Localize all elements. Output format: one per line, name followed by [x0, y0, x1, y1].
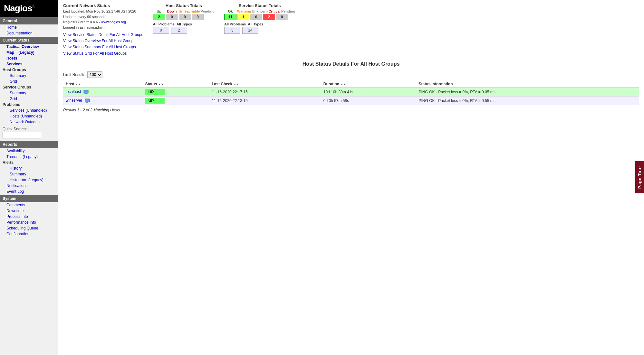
- sidebar-item-configuration[interactable]: Configuration: [0, 231, 58, 237]
- sidebar-item-notifications[interactable]: Notifications: [0, 183, 58, 189]
- sort-status[interactable]: ▲▼: [158, 83, 164, 86]
- value-warning[interactable]: 1: [237, 14, 249, 20]
- logo: Nagios®: [4, 3, 35, 14]
- host-totals-values: 2 0 0 0: [153, 14, 215, 20]
- sidebar-item-trends[interactable]: Trends (Legacy): [0, 154, 58, 160]
- sidebar-item-hosts-unhandled[interactable]: Hosts (Unhandled): [0, 113, 58, 119]
- sidebar-item-hostgroups-grid[interactable]: Grid: [0, 79, 58, 84]
- sidebar-item-network-outages[interactable]: Network Outages: [0, 119, 58, 125]
- value-unreachable[interactable]: 0: [179, 14, 191, 20]
- host-all-types-label: All Types: [177, 22, 192, 26]
- service-totals-values: 11 1 0 2 0: [224, 14, 295, 20]
- sidebar-item-servicegroups-grid[interactable]: Grid: [0, 96, 58, 102]
- sidebar-item-event-log[interactable]: Event Log: [0, 189, 58, 194]
- network-status-block: Current Network Status Last Updated: Mon…: [63, 3, 143, 57]
- col-host[interactable]: Host ▲▼: [63, 80, 143, 88]
- link-status-summary[interactable]: View Status Summary For All Host Groups: [63, 44, 143, 50]
- sidebar-item-availability[interactable]: Availability: [0, 148, 58, 154]
- sort-host[interactable]: ▲▼: [75, 83, 81, 86]
- link-status-overview[interactable]: View Status Overview For All Host Groups: [63, 38, 143, 44]
- value-ok[interactable]: 11: [224, 14, 236, 20]
- sidebar-item-services[interactable]: Services: [0, 61, 58, 67]
- value-pending[interactable]: 0: [192, 14, 204, 20]
- host-problems-value[interactable]: 0: [153, 27, 169, 34]
- value-svc-pending[interactable]: 0: [276, 14, 288, 20]
- sidebar-item-map[interactable]: Map (Legacy): [0, 50, 58, 55]
- service-status-totals: Service Status Totals Ok Warning Unknown…: [224, 3, 295, 34]
- value-down[interactable]: 0: [166, 14, 178, 20]
- limit-select[interactable]: 100 25 50 200 All: [87, 71, 102, 78]
- sidebar-item-comments[interactable]: Comments: [0, 202, 58, 208]
- host-link-winserver[interactable]: winserver: [66, 98, 82, 103]
- host-totals-title: Host Status Totals: [153, 3, 215, 8]
- sidebar-item-downtime[interactable]: Downtime: [0, 208, 58, 214]
- host-problems-row: All Problems All Types: [153, 22, 215, 26]
- sidebar-item-servicegroups-summary[interactable]: Summary: [0, 90, 58, 96]
- table-row: localhost UP 11-16-2020 22:17:15 10d 10h…: [63, 88, 639, 96]
- sidebar-item-alerts-summary[interactable]: Summary: [0, 171, 58, 177]
- svc-problems-value[interactable]: 3: [224, 27, 240, 34]
- host-problems-values: 0 2: [153, 27, 215, 34]
- cell-duration-winserver: 0d 0h 57m 58s: [321, 96, 416, 105]
- sidebar: Nagios® General Home Documentation Curre…: [0, 0, 58, 355]
- table-row: winserver UP 11-16-2020 22:13:15 0d 0h 5…: [63, 96, 639, 105]
- col-duration[interactable]: Duration ▲▼: [321, 80, 416, 88]
- header-ok: Ok: [224, 9, 236, 13]
- header-critical: Critical: [268, 9, 281, 13]
- top-bar: Current Network Status Last Updated: Mon…: [63, 3, 639, 57]
- host-icon-localhost: [83, 89, 89, 95]
- svc-types-value[interactable]: 14: [242, 27, 258, 34]
- sidebar-item-services-unhandled[interactable]: Services (Unhandled): [0, 107, 58, 113]
- sidebar-item-home[interactable]: Home: [0, 24, 58, 30]
- label-alerts: Alerts: [0, 160, 58, 165]
- nagios-link[interactable]: www.nagios.org: [101, 20, 126, 24]
- sidebar-item-performance-info[interactable]: Performance Info: [0, 220, 58, 225]
- link-status-grid[interactable]: View Status Grid For All Host Groups: [63, 51, 143, 57]
- cell-lastcheck-localhost: 11-16-2020 22:17:15: [209, 88, 321, 96]
- section-system: System: [0, 195, 58, 202]
- host-link-localhost[interactable]: localhost: [66, 89, 81, 94]
- cell-duration-localhost: 10d 10h 33m 41s: [321, 88, 416, 96]
- section-current-status: Current Status: [0, 37, 58, 44]
- service-problems-row: All Problems All Types: [224, 22, 295, 26]
- update-interval-text: Updated every 90 seconds: [63, 15, 105, 19]
- host-types-value[interactable]: 2: [171, 27, 187, 34]
- sidebar-item-tactical-overview[interactable]: Tactical Overview: [0, 44, 58, 50]
- col-status[interactable]: Status ▲▼: [143, 80, 209, 88]
- page-tour-button[interactable]: Page Tour: [635, 161, 644, 193]
- sidebar-item-hosts[interactable]: Hosts: [0, 55, 58, 61]
- value-critical[interactable]: 2: [263, 14, 275, 20]
- cell-info-winserver: PING OK - Packet loss = 0%, RTA = 0.55 m…: [416, 96, 639, 105]
- cell-lastcheck-winserver: 11-16-2020 22:13:15: [209, 96, 321, 105]
- results-info: Results 1 - 2 of 2 Matching Hosts: [63, 108, 639, 112]
- quick-search-input[interactable]: [3, 132, 41, 138]
- label-host-groups: Host Groups: [0, 67, 58, 73]
- header-pending: Pending: [201, 9, 215, 13]
- quick-search-area: Quick Search:: [0, 125, 58, 140]
- sort-duration[interactable]: ▲▼: [340, 83, 346, 86]
- cell-info-localhost: PING OK - Packet loss = 0%, RTA = 0.05 m…: [416, 88, 639, 96]
- sidebar-item-process-info[interactable]: Process Info: [0, 214, 58, 220]
- svg-rect-2: [84, 94, 88, 94]
- sidebar-item-documentation[interactable]: Documentation: [0, 30, 58, 36]
- label-problems: Problems: [0, 102, 58, 107]
- col-last-check[interactable]: Last Check ▲▼: [209, 80, 321, 88]
- value-unknown[interactable]: 0: [250, 14, 262, 20]
- network-status-info: Last Updated: Mon Nov 16 22:17:46 JST 20…: [63, 9, 143, 30]
- sort-lastcheck[interactable]: ▲▼: [234, 83, 239, 86]
- sidebar-item-hostgroups-summary[interactable]: Summary: [0, 73, 58, 79]
- link-service-status-detail[interactable]: View Service Status Detail For All Host …: [63, 32, 143, 38]
- sidebar-item-alerts-history[interactable]: History: [0, 165, 58, 171]
- svg-rect-1: [85, 93, 87, 94]
- value-up[interactable]: 2: [153, 14, 165, 20]
- sidebar-item-scheduling-queue[interactable]: Scheduling Queue: [0, 225, 58, 231]
- quick-search-label: Quick Search:: [3, 127, 55, 131]
- sidebar-item-alerts-histogram[interactable]: Histogram (Legacy): [0, 177, 58, 183]
- header-unknown: Unknown: [252, 9, 268, 13]
- trademark: ®: [32, 4, 35, 9]
- host-totals-headers: Up Down Unreachable Pending: [153, 9, 215, 13]
- section-reports: Reports: [0, 141, 58, 148]
- header-warning: Warning: [237, 9, 251, 13]
- cell-host-localhost: localhost: [63, 88, 143, 96]
- label-service-groups: Service Groups: [0, 84, 58, 90]
